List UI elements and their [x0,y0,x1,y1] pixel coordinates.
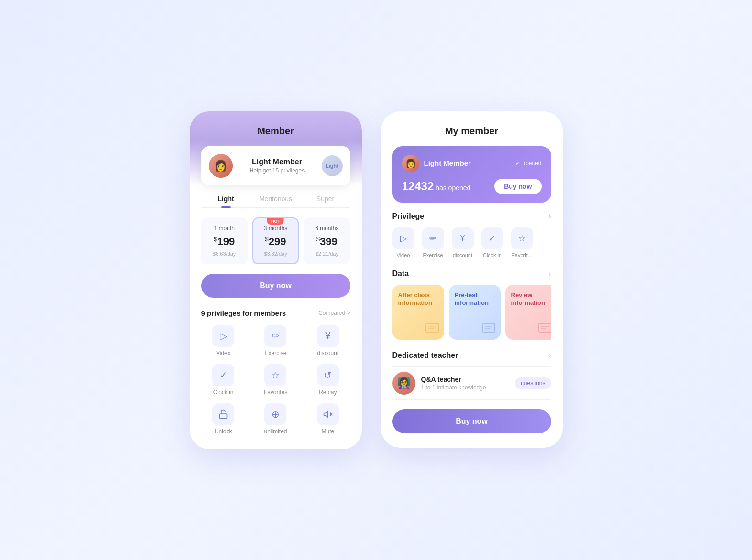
tab-super[interactable]: Super [301,195,350,207]
price-3: $399 [309,236,344,248]
right-fav-icon: ☆ [511,227,533,249]
right-priv-discount: ¥ discount [452,227,474,258]
pretest-icon [481,323,496,334]
privileges-title: 9 privileges for members [201,309,286,317]
privileges-header: 9 privileges for members Compared > [201,309,350,317]
banner-member-name: Light Member [424,159,471,167]
currency-3: $ [316,236,320,243]
banner-count: 12432 has opened [402,180,471,193]
privilege-section-title: Privilege [392,212,425,221]
banner-buy-button[interactable]: Buy now [494,179,541,194]
privileges-grid: ▷ Video ✏ Exercise ¥ discount ✓ Clock in… [201,325,350,435]
banner-top: 👩 Light Member ✓ opened [402,155,542,172]
teacher-section-header: Dedicated teacher › [392,351,551,360]
price-2: $299 [258,236,293,248]
data-card-pretest[interactable]: Pre-test information [449,285,501,340]
clockin-label: Clock in [213,389,234,396]
member-info: Light Member Help get 15 privileges [239,158,316,174]
price-card-1month[interactable]: 1 month $199 $6.63/day [201,217,248,264]
left-screen: Member 👩 Light Member Help get 15 privil… [190,111,362,449]
right-video-icon: ▷ [392,227,414,249]
exercise-icon: ✏ [264,325,286,347]
priv-mute: Mute [305,403,350,435]
teacher-name: Q&A teacher [421,376,510,383]
currency-2: $ [265,236,269,243]
duration-3: 6 months [309,225,344,232]
unlock-label: Unlock [215,428,232,435]
opened-label: opened [522,160,541,167]
data-card-afterclass[interactable]: After class information [392,285,444,340]
svg-rect-6 [482,323,495,332]
teacher-info: Q&A teacher 1 to 1 intimate knowledge [421,376,510,391]
mute-label: Mute [321,428,334,435]
right-discount-label: discount [453,252,472,258]
tab-light[interactable]: Light [201,195,251,207]
avatar-image: 👩 [209,154,233,178]
privilege-arrow-icon[interactable]: › [548,212,551,221]
right-video-label: Video [397,252,410,258]
svg-rect-3 [426,323,438,332]
mute-icon [317,403,339,425]
discount-label: discount [317,350,338,356]
check-icon: ✓ [515,160,520,167]
banner-avatar: 👩 [402,155,419,172]
questions-badge[interactable]: questions [515,377,551,389]
left-title: Member [201,126,350,137]
price-card-6month[interactable]: 6 months $399 $2.21/day [304,217,350,264]
clockin-icon: ✓ [212,364,234,386]
privilege-section-header: Privilege › [392,212,551,221]
privilege-icons-row: ▷ Video ✏ Exercise ¥ discount ✓ Clock in… [392,227,551,260]
priv-video: ▷ Video [201,325,246,356]
teacher-row: 👩‍🏫 Q&A teacher 1 to 1 intimate knowledg… [392,366,551,400]
favorites-icon: ☆ [264,364,286,386]
exercise-label: Exercise [264,350,286,356]
right-fav-label: Favorit... [512,252,532,258]
member-name: Light Member [239,158,316,166]
review-icon [538,323,551,334]
data-card-review[interactable]: Review information [505,285,551,340]
compared-link[interactable]: Compared > [318,310,350,316]
member-info-card: 👩 Light Member Help get 15 privileges Li… [201,146,350,185]
unlock-icon [212,403,234,425]
right-screen: My member 👩 Light Member ✓ opened 12432 [381,111,563,448]
afterclass-title: After class information [398,291,438,308]
priv-replay: ↺ Replay [305,364,350,396]
right-exercise-icon: ✏ [422,227,444,249]
screens-container: Member 👩 Light Member Help get 15 privil… [190,111,563,449]
replay-icon: ↺ [317,364,339,386]
review-title: Review information [511,291,551,308]
tab-meritorious[interactable]: Meritorious [251,195,301,207]
priv-unlock: Unlock [201,403,246,435]
favorites-label: Favorites [264,389,287,396]
svg-rect-9 [539,323,551,332]
member-sub: Help get 15 privileges [239,167,316,174]
teacher-section-title: Dedicated teacher [392,351,458,360]
membership-tabs: Light Meritorious Super [201,185,350,208]
afterclass-icon [425,323,439,334]
left-content: Light Meritorious Super 1 month $199 $6.… [190,185,362,449]
member-badge: Light [322,155,343,176]
left-buy-button[interactable]: Buy now [201,274,350,298]
teacher-arrow-icon[interactable]: › [548,351,551,360]
right-discount-icon: ¥ [452,227,474,249]
svg-rect-0 [220,414,227,418]
price-card-3month[interactable]: HOT 3 months $299 $3.32/day [252,217,299,264]
banner-opened: ✓ opened [515,160,541,167]
avatar: 👩 [209,154,233,178]
opened-count: 12432 [402,180,434,193]
pretest-title: Pre-test information [455,291,495,308]
discount-icon: ¥ [317,325,339,347]
video-label: Video [216,350,230,356]
priv-favorites: ☆ Favorites [253,364,298,396]
right-clockin-icon: ✓ [481,227,503,249]
right-buy-button[interactable]: Buy now [392,409,551,433]
data-arrow-icon[interactable]: › [548,269,551,278]
banner-bottom: 12432 has opened Buy now [402,179,542,194]
priv-clockin: ✓ Clock in [201,364,246,396]
right-priv-video: ▷ Video [392,227,414,258]
banner-user: 👩 Light Member [402,155,471,172]
perday-2: $3.32/day [258,251,293,257]
data-section-title: Data [392,269,409,278]
perday-1: $6.63/day [207,251,242,257]
unlimited-icon: ⊕ [264,403,286,425]
